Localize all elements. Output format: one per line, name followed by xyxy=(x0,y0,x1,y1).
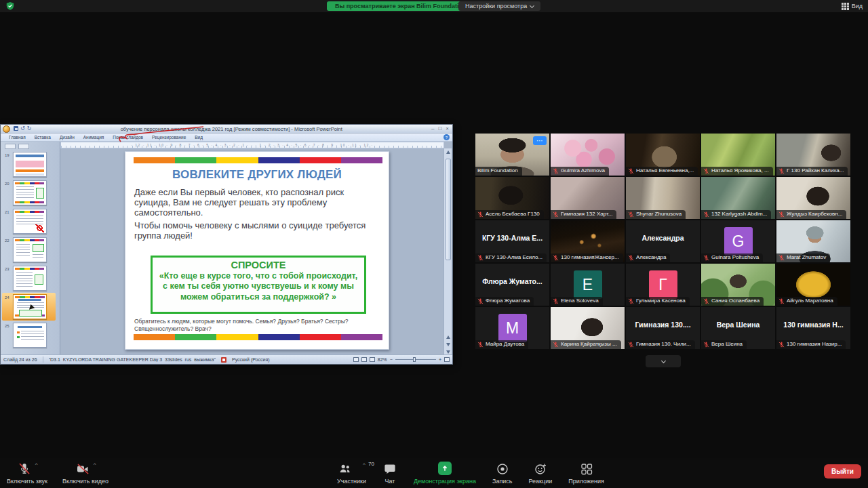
participant-name-label: 130 гимназияЖансер... xyxy=(551,253,623,262)
fit-to-window-icon[interactable] xyxy=(444,357,450,362)
participant-tile[interactable]: Асель Бекбаева Г130 xyxy=(475,177,549,219)
participant-tile[interactable]: Наталья Яровикова, ... xyxy=(701,134,775,176)
green-box-text: «Кто еще в курсе того, что с тобой проис… xyxy=(153,270,364,302)
undo-icon[interactable]: ↺ xyxy=(20,126,25,131)
tab-review[interactable]: Рецензирование xyxy=(152,135,186,140)
slide-paragraph-1: Даже если Вы первый человек, кто распозн… xyxy=(134,187,382,218)
participant-tile[interactable]: Айгуль Маратовна xyxy=(776,264,850,306)
participant-tile[interactable]: Карина Қайратқызы ... xyxy=(551,307,625,349)
mic-muted-icon xyxy=(778,168,785,174)
start-video-button[interactable]: ^ Включить видео xyxy=(62,462,108,485)
language-indicator[interactable]: Русский (Россия) xyxy=(232,357,270,362)
normal-view-icon[interactable] xyxy=(353,357,359,362)
close-button[interactable]: × xyxy=(446,126,449,131)
participant-tile[interactable]: Сания Оспанбаева xyxy=(701,264,775,306)
mic-muted-icon xyxy=(628,298,634,304)
participant-tile[interactable]: E Elena Soloveva xyxy=(551,264,625,306)
mic-muted-icon xyxy=(703,168,709,174)
view-options-button[interactable]: Настройки просмотра xyxy=(458,1,540,11)
participant-tile[interactable]: ⋯ Bilim Foundation xyxy=(475,134,549,176)
participant-tile[interactable]: Marat Zhumatov xyxy=(776,220,850,262)
slide-thumbnail[interactable]: 23 xyxy=(2,264,56,292)
maximize-button[interactable]: □ xyxy=(438,126,441,131)
avatar: Г xyxy=(649,270,677,299)
slide-paragraph-2: Чтобы помочь человеку с мыслями о суицид… xyxy=(134,220,382,241)
participant-tile[interactable]: Гимназия 130.... Гимназия 130. Чили... xyxy=(626,307,700,349)
gallery-view-button[interactable]: Вид xyxy=(842,1,863,11)
participant-tile[interactable]: Наталья Евгеньевна,... xyxy=(626,134,700,176)
next-slide-icon[interactable] xyxy=(446,343,450,346)
slide-sorter-icon[interactable] xyxy=(361,357,367,362)
mic-muted-icon xyxy=(778,211,785,218)
quick-access-toolbar[interactable]: ↺ ↻ xyxy=(14,126,31,131)
collapse-gallery-button[interactable] xyxy=(646,355,681,367)
reactions-button[interactable]: Реакции xyxy=(529,462,553,485)
slide-thumbnail-selected[interactable]: 24 xyxy=(2,293,56,321)
zoom-in-button[interactable]: + xyxy=(439,357,441,362)
slides-tab[interactable] xyxy=(5,144,16,149)
participant-tile[interactable]: Shynar Zhunusova xyxy=(626,177,700,219)
participant-tile[interactable]: Жулдыз Каирбековн... xyxy=(776,177,850,219)
outline-tab[interactable] xyxy=(18,144,29,149)
participant-tile[interactable]: Гимназия 132 Харт... xyxy=(551,177,625,219)
zoom-slider[interactable] xyxy=(395,359,436,360)
record-button[interactable]: Запись xyxy=(492,462,513,485)
participant-tile[interactable]: Вера Шеина Вера Шеина xyxy=(701,307,775,349)
tab-home[interactable]: Главная xyxy=(9,135,26,140)
slide-thumbnail[interactable]: 21 xyxy=(2,207,56,235)
slideshow-icon[interactable] xyxy=(370,357,375,362)
slide-thumbnail[interactable]: 22 xyxy=(2,236,56,264)
participant-tile[interactable]: КГУ 130-Алма Е... КГУ 130-Алма Есило... xyxy=(475,220,549,262)
participant-tile[interactable]: Г Гульмира Касенова xyxy=(626,264,700,306)
participant-name-label: Александра xyxy=(626,253,670,262)
participant-tile[interactable]: Г 130 Райхан Калиха... xyxy=(776,134,850,176)
security-shield-icon[interactable] xyxy=(5,1,15,11)
zoom-out-button[interactable]: − xyxy=(390,357,393,362)
unmute-button[interactable]: ^ Включить звук xyxy=(7,462,47,485)
slide-thumbnail[interactable]: 20 xyxy=(2,179,56,207)
apps-button[interactable]: Приложения xyxy=(568,462,604,485)
tab-design[interactable]: Дизайн xyxy=(60,135,75,140)
mic-muted-icon xyxy=(628,342,634,348)
help-icon[interactable]: ? xyxy=(443,134,450,140)
previous-slide-icon[interactable] xyxy=(446,336,450,339)
more-options-button[interactable]: ⋯ xyxy=(533,136,547,145)
scroll-down-icon[interactable] xyxy=(446,350,450,354)
tab-insert[interactable]: Вставка xyxy=(35,135,51,140)
participant-tile[interactable]: 130 гимназия Н... 130 гимназия Назир... xyxy=(776,307,850,349)
tab-slideshow[interactable]: Показ слайдов xyxy=(113,135,143,140)
office-button[interactable] xyxy=(3,125,10,133)
participant-tile[interactable]: Gulmira Azhimova xyxy=(551,134,625,176)
camera-muted-icon xyxy=(75,462,90,476)
scrollbar-thumb[interactable] xyxy=(446,159,451,260)
redo-icon[interactable]: ↻ xyxy=(27,126,32,131)
tab-view[interactable]: Вид xyxy=(195,135,203,140)
tab-animation[interactable]: Анимация xyxy=(83,135,104,140)
slide-counter: Слайд 24 из 26 xyxy=(3,357,37,362)
chat-button[interactable]: Чат xyxy=(382,462,397,485)
slide-thumbnail[interactable]: 25 xyxy=(2,321,56,349)
minimize-button[interactable]: – xyxy=(431,126,434,131)
participant-tile[interactable]: 132 Karlygash Abdim... xyxy=(701,177,775,219)
participant-tile[interactable]: Флюра Жумато... Флюра Жуматова xyxy=(475,264,549,306)
record-icon xyxy=(495,462,510,476)
share-screen-button[interactable]: Демонстрация экрана xyxy=(414,462,476,485)
participant-tile[interactable]: 130 гимназияЖансер... xyxy=(551,220,625,262)
participant-name-label: Bilim Foundation xyxy=(475,167,522,176)
video-options-caret[interactable]: ^ xyxy=(94,462,96,468)
participants-caret[interactable]: ^ xyxy=(363,462,366,468)
mic-options-caret[interactable]: ^ xyxy=(35,462,38,468)
slide-thumbnail[interactable]: 19 xyxy=(2,150,56,178)
mic-muted-icon xyxy=(553,211,559,218)
participant-tile[interactable]: Александра Александра xyxy=(626,220,700,262)
save-icon[interactable] xyxy=(14,126,18,131)
ppt-scrollbar[interactable] xyxy=(443,148,452,356)
participant-name-label: Elena Soloveva xyxy=(551,297,603,306)
ppt-title-bar: ↺ ↻ обучение персонала школы колледжа 20… xyxy=(1,125,452,134)
scroll-up-icon[interactable] xyxy=(446,150,450,154)
participant-name-label: Наталья Евгеньевна,... xyxy=(626,167,698,176)
leave-meeting-button[interactable]: Выйти xyxy=(824,464,861,479)
participants-button[interactable]: 70 ^ Участники xyxy=(337,462,366,485)
participant-tile[interactable]: M Майра Даутова xyxy=(475,307,549,349)
participant-tile[interactable]: G Gulnara Poltusheva xyxy=(701,220,775,262)
